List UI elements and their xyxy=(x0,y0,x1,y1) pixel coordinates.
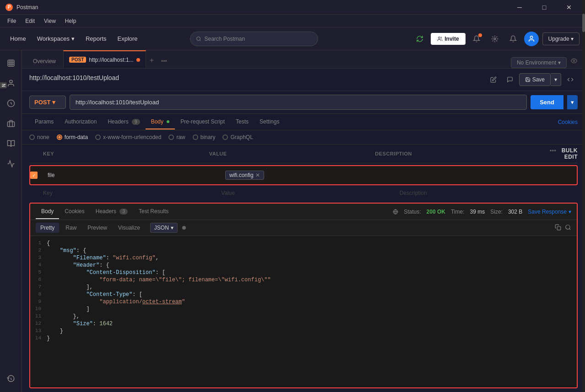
code-tab-visualize[interactable]: Visualize xyxy=(114,223,145,233)
close-button[interactable]: ✕ xyxy=(558,0,580,15)
svg-point-1 xyxy=(439,37,440,38)
sidebar-history[interactable] xyxy=(2,370,20,388)
menu-file[interactable]: File xyxy=(4,16,20,26)
empty-value-input[interactable]: Value xyxy=(221,190,399,196)
menu-help[interactable]: Help xyxy=(61,16,80,26)
tab-settings[interactable]: Settings xyxy=(254,115,285,129)
empty-desc-input[interactable]: Description xyxy=(400,190,578,196)
sidebar-environments[interactable] xyxy=(2,114,20,133)
invite-icon xyxy=(437,36,443,42)
maximize-button[interactable]: □ xyxy=(534,0,555,15)
request-method-badge: POST xyxy=(69,57,86,63)
bulk-edit-button[interactable]: Bulk Edit xyxy=(562,147,578,160)
res-tab-body[interactable]: Body xyxy=(36,204,59,219)
sidebar-apis[interactable] xyxy=(2,94,20,113)
save-button[interactable]: Save xyxy=(519,73,551,86)
res-tab-headers[interactable]: Headers 3 xyxy=(90,204,133,219)
body-form-data-option[interactable]: form-data xyxy=(57,134,88,140)
edit-icon-btn[interactable] xyxy=(486,72,501,87)
menu-edit[interactable]: Edit xyxy=(22,16,38,26)
wrap-toggle[interactable] xyxy=(182,226,186,230)
url-bar: POST ▾ Send ▾ xyxy=(22,91,585,114)
sidebar-new-request[interactable] xyxy=(2,54,20,72)
body-binary-option[interactable]: binary xyxy=(193,134,216,140)
method-select[interactable]: POST ▾ xyxy=(29,96,66,109)
code-area: 1 { 2 "msg": { 3 "Filename": "wifi.confi… xyxy=(30,236,577,387)
code-tab-preview[interactable]: Preview xyxy=(83,223,112,233)
radio-raw[interactable] xyxy=(168,134,174,140)
code-tab-pretty[interactable]: Pretty xyxy=(36,223,59,233)
bell-button[interactable] xyxy=(506,32,520,46)
sidebar-mock-servers[interactable] xyxy=(2,134,20,153)
body-none-option[interactable]: none xyxy=(29,134,49,140)
settings-button[interactable] xyxy=(488,32,502,46)
settings-icon xyxy=(491,35,498,43)
row-value-cell[interactable]: wifi.config ✕ xyxy=(222,169,399,182)
remove-file-button[interactable]: ✕ xyxy=(255,172,260,178)
notifications-button[interactable] xyxy=(469,32,484,46)
row-key-cell[interactable]: file xyxy=(44,170,222,180)
response-headers-badge: 3 xyxy=(119,209,128,215)
minimize-button[interactable]: ─ xyxy=(509,0,530,15)
res-tab-test-results[interactable]: Test Results xyxy=(133,204,174,219)
invite-button[interactable]: Invite xyxy=(431,33,465,45)
upgrade-button[interactable]: Upgrade ▾ xyxy=(542,32,580,45)
response-size-value: 302 B xyxy=(508,209,522,215)
row-desc-cell[interactable] xyxy=(399,173,577,177)
menu-view[interactable]: View xyxy=(40,16,60,26)
body-options: none form-data x-www-form-urlencoded raw… xyxy=(22,130,585,145)
nav-home[interactable]: Home xyxy=(5,32,31,45)
tab-pre-request[interactable]: Pre-request Script xyxy=(175,115,230,129)
code-line-1: 1 { xyxy=(30,240,577,247)
res-tab-cookies[interactable]: Cookies xyxy=(59,204,90,219)
tab-overview[interactable]: Overview xyxy=(26,54,63,68)
nav-explore[interactable]: Explore xyxy=(113,32,142,45)
nav-workspaces[interactable]: Workspaces ▾ xyxy=(32,32,79,45)
svg-point-5 xyxy=(10,80,12,83)
body-raw-option[interactable]: raw xyxy=(168,134,185,140)
search-bar[interactable]: Search Postman xyxy=(190,32,318,46)
code-line-14: 14 } xyxy=(30,335,577,342)
request-title: http://localhost:1010/testUpload xyxy=(29,74,119,81)
save-dropdown-button[interactable]: ▾ xyxy=(551,73,561,86)
col-key-header: KEY xyxy=(43,151,209,156)
globe-icon xyxy=(393,209,398,215)
avatar-button[interactable] xyxy=(524,32,539,46)
radio-urlencoded[interactable] xyxy=(95,134,101,140)
environment-selector[interactable]: No Environment ▾ xyxy=(511,57,567,68)
send-button[interactable]: Send xyxy=(531,95,563,109)
window-controls: ─ □ ✕ xyxy=(509,0,580,15)
env-peek-button[interactable] xyxy=(567,54,581,68)
radio-graphql[interactable] xyxy=(222,134,228,140)
send-dropdown-button[interactable]: ▾ xyxy=(567,95,578,109)
url-input[interactable] xyxy=(70,95,527,110)
body-graphql-option[interactable]: GraphQL xyxy=(222,134,253,140)
search-response-button[interactable] xyxy=(565,224,571,232)
tab-authorization[interactable]: Authorization xyxy=(59,115,102,129)
add-tab-button[interactable]: + xyxy=(146,53,157,68)
tab-tests[interactable]: Tests xyxy=(230,115,254,129)
tab-body[interactable]: Body xyxy=(146,115,175,129)
tab-request[interactable]: POST http://localhost:1... xyxy=(63,50,146,68)
comment-icon-btn[interactable] xyxy=(503,72,517,87)
code-tab-raw[interactable]: Raw xyxy=(61,223,81,233)
copy-icon xyxy=(555,224,561,231)
response-status-value: 200 OK xyxy=(427,209,445,215)
empty-key-input[interactable]: Key xyxy=(43,190,221,196)
format-select[interactable]: JSON ▾ xyxy=(150,223,178,233)
body-urlencoded-option[interactable]: x-www-form-urlencoded xyxy=(95,134,161,140)
tab-headers[interactable]: Headers 9 xyxy=(102,115,145,129)
cookies-link[interactable]: Cookies xyxy=(558,119,578,125)
radio-binary[interactable] xyxy=(193,134,198,140)
radio-none[interactable] xyxy=(29,134,35,140)
row-checkbox[interactable]: ✓ xyxy=(30,172,38,179)
code-icon-btn[interactable] xyxy=(563,72,578,87)
table-more-icon[interactable]: ••• xyxy=(546,147,560,154)
copy-button[interactable] xyxy=(555,224,561,232)
sidebar-monitors[interactable] xyxy=(2,155,20,173)
tab-params[interactable]: Params xyxy=(29,115,59,129)
more-tabs-button[interactable]: ••• xyxy=(157,54,171,68)
sync-button[interactable] xyxy=(412,32,427,46)
save-response-button[interactable]: Save Response ▾ xyxy=(528,209,571,215)
nav-reports[interactable]: Reports xyxy=(81,32,111,45)
